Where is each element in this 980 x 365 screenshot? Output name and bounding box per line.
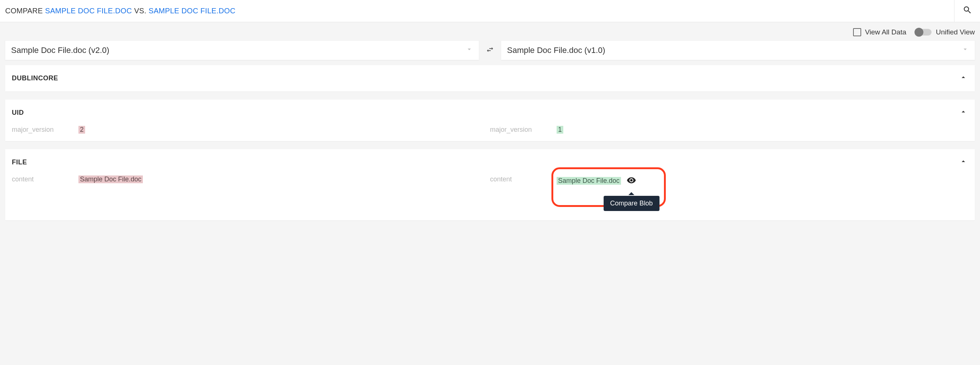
compare-doc-left-link[interactable]: SAMPLE DOC FILE.DOC	[45, 7, 132, 15]
view-controls: View All Data Unified View	[0, 22, 980, 38]
swap-icon	[486, 46, 494, 56]
file-left-col: content Sample Doc File.doc	[12, 175, 490, 183]
toggle-track	[915, 29, 932, 35]
uid-right-value: 1	[557, 126, 563, 134]
uid-left-key: major_version	[12, 126, 78, 134]
file-panel-header[interactable]: FILE	[5, 149, 975, 175]
chevron-down-icon	[961, 46, 969, 55]
unified-view-toggle[interactable]: Unified View	[915, 28, 975, 36]
uid-panel: UID major_version 2 major_version 1	[5, 100, 975, 141]
compare-title: COMPARE SAMPLE DOC FILE.DOC VS. SAMPLE D…	[0, 7, 954, 15]
page-header: COMPARE SAMPLE DOC FILE.DOC VS. SAMPLE D…	[0, 0, 980, 22]
checkbox-icon	[853, 28, 861, 36]
uid-right-key: major_version	[490, 126, 557, 134]
search-button[interactable]	[954, 0, 980, 22]
uid-left-value: 2	[78, 126, 85, 134]
unified-view-label: Unified View	[936, 28, 975, 36]
compare-vs: VS.	[134, 7, 146, 15]
chevron-up-icon	[959, 108, 967, 118]
toggle-knob	[915, 28, 923, 37]
dublincore-title: DUBLINCORE	[12, 74, 58, 82]
uid-title: UID	[12, 109, 24, 116]
view-all-data-checkbox[interactable]: View All Data	[853, 28, 906, 36]
uid-left-col: major_version 2	[12, 126, 490, 134]
file-right-key: content	[490, 175, 557, 187]
compare-blob-button[interactable]	[627, 175, 636, 187]
compare-blob-tooltip: Compare Blob	[604, 196, 660, 211]
file-right-col: content Sample Doc File.doc	[490, 175, 968, 187]
file-title: FILE	[12, 158, 27, 166]
left-version-select[interactable]: Sample Doc File.doc (v2.0)	[5, 41, 479, 60]
file-left-key: content	[12, 175, 78, 183]
chevron-up-icon	[959, 73, 967, 83]
dublincore-panel: DUBLINCORE	[5, 65, 975, 91]
search-icon	[963, 5, 972, 17]
compare-doc-right-link[interactable]: SAMPLE DOC FILE.DOC	[149, 7, 236, 15]
view-all-data-label: View All Data	[865, 28, 906, 36]
file-left-value: Sample Doc File.doc	[78, 175, 143, 183]
file-right-value: Sample Doc File.doc	[557, 177, 621, 185]
eye-icon	[627, 175, 636, 187]
swap-versions-button[interactable]	[479, 41, 501, 60]
file-diff-row: content Sample Doc File.doc content Samp…	[12, 175, 968, 187]
left-version-value: Sample Doc File.doc (v2.0)	[11, 46, 109, 55]
compare-prefix: COMPARE	[5, 7, 43, 15]
chevron-down-icon	[466, 46, 473, 55]
file-panel: FILE content Sample Doc File.doc content…	[5, 149, 975, 220]
version-selectors: Sample Doc File.doc (v2.0) Sample Doc Fi…	[0, 38, 980, 65]
right-version-select[interactable]: Sample Doc File.doc (v1.0)	[501, 41, 975, 60]
uid-panel-header[interactable]: UID	[5, 100, 975, 126]
uid-panel-body: major_version 2 major_version 1	[5, 126, 975, 141]
dublincore-panel-header[interactable]: DUBLINCORE	[5, 65, 975, 91]
file-panel-body: content Sample Doc File.doc content Samp…	[5, 175, 975, 194]
right-version-value: Sample Doc File.doc (v1.0)	[507, 46, 605, 55]
uid-right-col: major_version 1	[490, 126, 968, 134]
uid-diff-row: major_version 2 major_version 1	[12, 126, 968, 134]
chevron-up-icon	[959, 157, 967, 167]
